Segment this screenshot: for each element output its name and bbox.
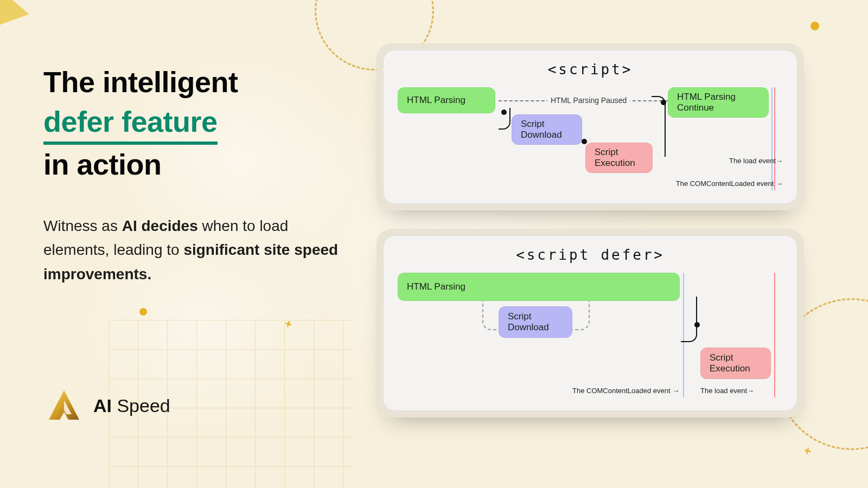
panel-script-track: HTML Parsing HTML Parsing Paused Script … [398, 87, 783, 190]
page-subtitle: Witness as AI decides when to load eleme… [43, 214, 347, 287]
block-script-download: Script Download [499, 306, 572, 338]
connector-dot [694, 322, 700, 328]
block-script-download: Script Download [512, 114, 582, 145]
page-title: The intelligent defer feature in action [43, 62, 347, 184]
label-domcontentloaded-event: The COMContentLoaded event → [572, 387, 679, 395]
label-parsing-paused: HTML Parsing Paused [547, 96, 630, 105]
title-line-1: The intelligent [43, 66, 238, 98]
brand-logo-icon [47, 388, 81, 423]
title-accent: defer feature [43, 102, 218, 145]
dot-icon [810, 22, 819, 30]
guide-line-red [774, 273, 775, 397]
panel-script-title: <script> [398, 61, 783, 78]
connector-curve [681, 297, 697, 342]
block-html-parsing: HTML Parsing [398, 273, 680, 301]
plus-icon: + [802, 444, 813, 459]
panel-defer-title: <script defer> [398, 247, 783, 263]
panel-script-defer: <script defer> HTML Parsing Script Downl… [376, 229, 804, 418]
dot-icon [139, 308, 147, 316]
connector-dot [661, 100, 666, 105]
guide-line-red [774, 87, 775, 190]
label-load-event: The load event→ [700, 387, 754, 395]
block-script-execution: Script Execution [700, 348, 771, 379]
block-script-execution: Script Execution [585, 143, 653, 173]
panel-defer-track: HTML Parsing Script Download Script Exec… [398, 273, 783, 397]
brand-name: AI Speed [93, 395, 170, 416]
label-load-event: The load event→ [729, 157, 783, 165]
title-line-3: in action [43, 148, 162, 181]
subtitle-pre: Witness as [43, 217, 122, 234]
subtitle-bold-1: AI decides [122, 217, 198, 234]
block-html-parsing-continue: HTML Parsing Continue [668, 87, 769, 118]
connector-dot [582, 139, 587, 144]
panel-script: <script> HTML Parsing HTML Parsing Pause… [376, 43, 804, 210]
guide-line-blue [771, 87, 773, 190]
brand: AI Speed [47, 388, 170, 423]
brand-name-rest: Speed [112, 395, 170, 416]
triangle-icon [0, 0, 29, 29]
label-domcontentloaded-event: The COMContentLoaded event → [676, 179, 783, 188]
plus-icon: + [283, 317, 293, 332]
connector-curve [499, 108, 510, 130]
block-html-parsing: HTML Parsing [398, 87, 495, 113]
brand-name-bold: AI [93, 395, 112, 416]
